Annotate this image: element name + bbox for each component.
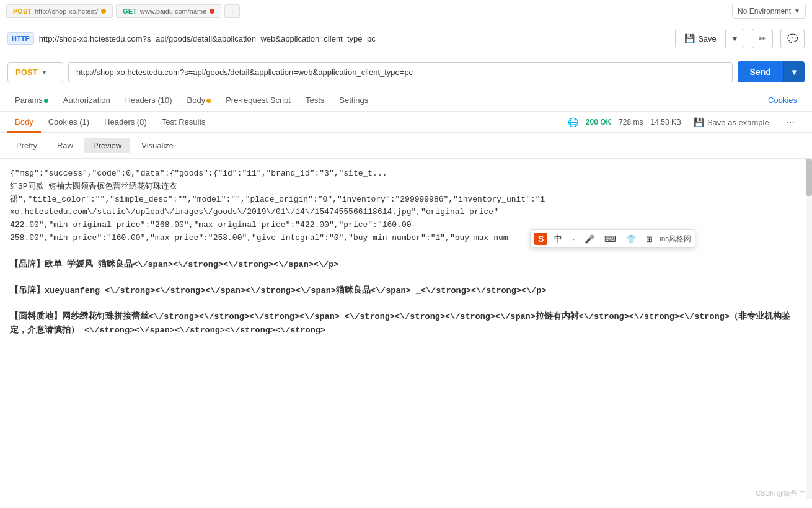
visualize-label: Visualize — [141, 141, 174, 150]
resp-tab-body[interactable]: Body — [7, 112, 41, 133]
env-chevron-icon: ▼ — [794, 7, 800, 14]
view-tab-visualize[interactable]: Visualize — [133, 138, 182, 153]
method-label: POST — [15, 68, 37, 77]
view-tab-preview[interactable]: Preview — [84, 138, 130, 153]
save-label: Save — [698, 34, 717, 43]
save-button[interactable]: 💾 Save — [676, 29, 725, 48]
response-time: 728 ms — [619, 118, 643, 127]
edit-icon: ✏ — [759, 33, 766, 43]
scrollbar-thumb[interactable] — [806, 159, 812, 196]
content-line3: 裙","title_color":"","simple_desc":"","mo… — [10, 194, 802, 207]
tab-get[interactable]: GET www.baidu.com/name — [116, 4, 221, 18]
params-dot — [44, 99, 48, 103]
more-button[interactable]: ··· — [782, 114, 800, 130]
tab-tests[interactable]: Tests — [298, 89, 332, 112]
url-bar: HTTP http://shop-xo.hctestedu.com?s=api/… — [0, 22, 812, 55]
body-label: Body — [187, 96, 206, 105]
method-post: POST — [13, 7, 32, 15]
http-badge: HTTP — [7, 32, 34, 45]
resp-body-label: Body — [15, 117, 33, 127]
ime-lang-button[interactable]: 中 — [551, 232, 565, 246]
response-body-content[interactable]: {"msg":"success","code":0,"data":{"goods… — [0, 159, 812, 499]
globe-icon: 🌐 — [568, 117, 578, 127]
save-group: 💾 Save ▼ — [675, 29, 744, 48]
top-bar: POST http://shop-xo.hctest/ GET www.baid… — [0, 0, 812, 22]
ime-logo-icon: S — [534, 233, 547, 245]
tab-get-url: www.baidu.com/name — [140, 7, 207, 15]
ime-keyboard-button[interactable]: ⌨ — [601, 233, 619, 245]
method-select[interactable]: POST ▼ — [7, 62, 63, 82]
csdn-watermark: CSDN @简丹 ** — [756, 489, 805, 498]
resp-meta: 🌐 200 OK 728 ms 14.58 KB 💾 Save as examp… — [563, 114, 805, 131]
tab-post[interactable]: POST http://shop-xo.hctest/ — [6, 4, 113, 18]
save-example-icon: 💾 — [694, 117, 704, 127]
method-chevron-icon: ▼ — [41, 69, 47, 76]
view-tab-raw[interactable]: Raw — [48, 138, 82, 153]
save-example-label: Save as example — [707, 118, 769, 127]
response-tabs-row: Body Cookies (1) Headers (8) Test Result… — [0, 112, 812, 133]
send-group: Send ▼ — [738, 61, 805, 82]
dot-orange — [101, 9, 106, 14]
dot-red — [210, 9, 214, 14]
resp-cookies-label: Cookies (1) — [48, 117, 89, 127]
scrollbar-track[interactable] — [806, 159, 812, 499]
tab-authorization[interactable]: Authorization — [56, 89, 118, 112]
save-dropdown-button[interactable]: ▼ — [725, 30, 744, 48]
url-input[interactable] — [68, 62, 733, 82]
top-right: No Environment ▼ — [732, 4, 806, 19]
request-bar: POST ▼ Send ▼ — [0, 55, 812, 89]
cookies-link[interactable]: Cookies — [761, 89, 805, 111]
url-display: http://shop-xo.hctestedu.com?s=api/goods… — [39, 34, 670, 43]
raw-label: Raw — [57, 141, 73, 150]
comment-button[interactable]: 💬 — [780, 29, 805, 48]
tab-params[interactable]: Params — [7, 89, 56, 112]
prerequest-label: Pre-request Script — [226, 96, 291, 105]
tab-settings[interactable]: Settings — [332, 89, 376, 112]
html-line3: 【面料质地】网纱绣花钉珠拼接蕾丝<\/strong><\/strong><\/s… — [10, 310, 802, 337]
nav-tabs: Params Authorization Headers (10) Body P… — [0, 89, 812, 112]
tab-body[interactable]: Body — [180, 89, 219, 112]
view-tab-pretty[interactable]: Pretty — [7, 138, 46, 153]
content-area: {"msg":"success","code":0,"data":{"goods… — [0, 159, 812, 499]
save-icon: 💾 — [684, 33, 695, 43]
method-get: GET — [123, 7, 137, 15]
resp-tab-testresults[interactable]: Test Results — [154, 112, 213, 133]
tab-headers[interactable]: Headers (10) — [118, 89, 180, 112]
add-tab[interactable]: + — [224, 4, 240, 18]
tests-label: Tests — [306, 96, 324, 105]
view-tabs-row: Pretty Raw Preview Visualize — [0, 133, 812, 159]
ime-mic-button[interactable]: 🎤 — [581, 233, 598, 245]
html-line2: 【吊牌】xueyuanfeng <\/strong><\/strong><\/s… — [10, 284, 802, 298]
tab-prerequest[interactable]: Pre-request Script — [218, 89, 298, 112]
resp-tab-headers[interactable]: Headers (8) — [97, 112, 154, 133]
settings-label: Settings — [339, 96, 368, 105]
edit-button[interactable]: ✏ — [752, 29, 773, 48]
ime-toolbar: S 中 · 🎤 ⌨ 👕 ⊞ ins风格网 — [530, 229, 695, 248]
resp-testresults-label: Test Results — [162, 117, 206, 127]
ime-text: ins风格网 — [660, 234, 691, 244]
env-label: No Environment — [738, 7, 791, 16]
content-line4: xo.hctestedu.com\/static\/upload\/images… — [10, 206, 802, 219]
env-selector[interactable]: No Environment ▼ — [732, 4, 806, 19]
headers-label: Headers (10) — [125, 96, 172, 105]
params-label: Params — [15, 96, 43, 105]
save-example-button[interactable]: 💾 Save as example — [689, 114, 774, 131]
request-tabs: POST http://shop-xo.hctest/ GET www.baid… — [6, 4, 243, 18]
resp-headers-label: Headers (8) — [104, 117, 147, 127]
response-size: 14.58 KB — [651, 118, 681, 127]
content-line2: 红SP同款 短袖大圆领香槟色蕾丝绣花钉珠连衣 — [10, 180, 802, 194]
resp-tab-cookies[interactable]: Cookies (1) — [41, 112, 97, 133]
preview-label: Preview — [93, 141, 121, 150]
content-line1: {"msg":"success","code":0,"data":{"goods… — [10, 167, 802, 180]
send-dropdown-button[interactable]: ▼ — [783, 61, 805, 82]
tab-post-url: http://shop-xo.hctest/ — [35, 7, 98, 15]
status-badge: 200 OK — [586, 118, 611, 127]
ime-shirt-button[interactable]: 👕 — [623, 233, 639, 245]
ime-grid-button[interactable]: ⊞ — [643, 233, 656, 245]
send-button[interactable]: Send — [738, 61, 783, 82]
comment-icon: 💬 — [787, 33, 798, 43]
html-line1: 【品牌】欧单 学媛风 猫咪良品<\/span><\/strong><\/stro… — [10, 258, 802, 272]
body-dot — [206, 99, 211, 103]
auth-label: Authorization — [63, 96, 110, 105]
ime-dot-button[interactable]: · — [569, 233, 578, 245]
